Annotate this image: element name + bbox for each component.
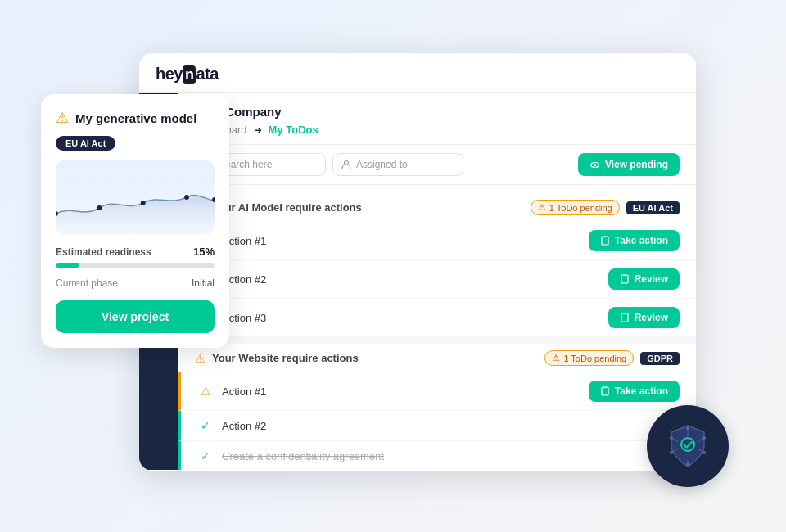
phase-label: Current phase — [56, 277, 118, 289]
logo: heynata — [156, 65, 219, 84]
todo-item-1-2: ✓ Action #2 Review — [178, 260, 696, 299]
view-pending-label: View pending — [605, 159, 668, 170]
readiness-row: Estimated readiness 15% — [56, 246, 215, 258]
view-project-button[interactable]: View project — [56, 300, 215, 333]
progress-bar — [56, 263, 215, 268]
warning-icon-2-1: ⚠ — [197, 385, 214, 398]
svg-point-10 — [594, 164, 596, 166]
item-label-1-1: Action #1 — [222, 235, 580, 247]
todo-count-2: 1 ToDo pending — [563, 354, 626, 363]
take-action-button-2-1[interactable]: Take action — [589, 381, 680, 402]
main-content: Your Company Dashboard ➜ My ToDos Search… — [178, 93, 696, 470]
review-button-1-2[interactable]: Review — [608, 268, 680, 290]
readiness-label: Estimated readiness — [56, 246, 151, 258]
scene: heynata — [41, 29, 745, 503]
window-header: heynata — [139, 53, 696, 93]
company-name: Your Company — [195, 105, 680, 119]
clipboard-icon-1 — [600, 236, 610, 246]
todo-item-2-1: ⚠ Action #1 Take action — [178, 372, 696, 411]
gdpr-tag: GDPR — [640, 352, 680, 365]
review-label-1-2: Review — [635, 273, 668, 285]
take-action-button-1-1[interactable]: Take action — [589, 230, 680, 251]
section-divider — [178, 337, 696, 344]
toolbar: Search here Assigned to — [178, 145, 696, 185]
take-action-label-2-1: Take action — [615, 385, 668, 397]
item-label-1-3: Action #3 — [222, 312, 600, 324]
alert-icon-2: ⚠ — [195, 352, 206, 365]
clipboard-icon-4 — [600, 386, 610, 396]
todo-item-2-2: ✓ Action #2 — [178, 411, 696, 441]
section-title-2: Your Website require actions — [212, 352, 538, 364]
logo-n: n — [183, 65, 196, 84]
todo-item-1-1: ⚠ Action #1 Take action — [178, 222, 696, 260]
chart-svg — [56, 160, 215, 234]
phase-value: Initial — [192, 277, 215, 289]
section-header-ai-model: ⚠ Your AI Model require actions ⚠ 1 ToDo… — [178, 193, 696, 222]
svg-point-16 — [97, 205, 102, 210]
todo-count-1: 1 ToDo pending — [549, 203, 612, 213]
model-eu-badge: EU AI Act — [56, 136, 115, 151]
model-title: My generative model — [75, 111, 196, 125]
success-icon-2-2: ✓ — [197, 419, 214, 432]
item-label-2-2: Action #2 — [222, 420, 680, 432]
eu-ai-act-tag-1: EU AI Act — [626, 201, 680, 214]
logo-hey: hey — [156, 65, 183, 83]
svg-point-29 — [686, 426, 689, 430]
phase-row: Current phase Initial — [56, 277, 215, 289]
review-button-1-3[interactable]: Review — [608, 307, 680, 328]
svg-point-31 — [686, 462, 689, 466]
svg-rect-14 — [602, 387, 608, 395]
shield-circle — [647, 405, 729, 487]
todo-item-1-3: ✓ Action #3 Review — [178, 299, 696, 337]
svg-rect-12 — [621, 275, 628, 283]
todo-list: ⚠ Your AI Model require actions ⚠ 1 ToDo… — [178, 185, 696, 470]
success-icon-2-3: ✓ — [197, 449, 214, 462]
assigned-box[interactable]: Assigned to — [332, 153, 463, 176]
eye-icon — [590, 160, 600, 170]
logo-ata: ata — [196, 65, 218, 83]
model-card-header: ⚠ My generative model — [56, 109, 215, 127]
section-title-1: Your AI Model require actions — [212, 201, 524, 214]
item-label-1-2: Action #2 — [222, 273, 600, 286]
content-header: Your Company Dashboard ➜ My ToDos — [178, 93, 696, 145]
svg-point-18 — [184, 195, 189, 200]
user-icon — [341, 160, 351, 169]
item-label-2-3: Create a confidentiality agreement — [222, 450, 680, 462]
clipboard-icon-2 — [620, 274, 630, 284]
clipboard-icon-3 — [620, 313, 630, 322]
todo-badge-2: ⚠ 1 ToDo pending — [544, 350, 634, 366]
svg-point-17 — [141, 201, 146, 205]
readiness-value: 15% — [193, 246, 215, 258]
progress-fill — [56, 263, 79, 268]
model-alert-icon: ⚠ — [56, 109, 69, 127]
svg-rect-11 — [602, 237, 608, 245]
warning-icon-badge-2: ⚠ — [552, 353, 560, 363]
view-pending-button[interactable]: View pending — [578, 153, 680, 176]
warning-icon-badge: ⚠ — [538, 202, 546, 213]
review-label-1-3: Review — [635, 312, 668, 323]
breadcrumb-current: My ToDos — [269, 124, 318, 136]
model-chart — [56, 160, 215, 234]
shield-icon — [663, 422, 712, 471]
item-label-2-1: Action #1 — [222, 385, 580, 398]
view-project-label: View project — [102, 310, 169, 323]
svg-rect-13 — [621, 313, 628, 322]
assigned-placeholder: Assigned to — [356, 159, 408, 170]
todo-badge-1: ⚠ 1 ToDo pending — [531, 200, 620, 215]
take-action-label-1-1: Take action — [615, 235, 668, 246]
breadcrumb: Dashboard ➜ My ToDos — [195, 124, 680, 136]
breadcrumb-arrow: ➜ — [254, 124, 262, 136]
todo-item-2-3: ✓ Create a confidentiality agreement — [178, 441, 696, 470]
model-card: ⚠ My generative model EU AI Act — [41, 94, 229, 348]
section-header-website: ⚠ Your Website require actions ⚠ 1 ToDo … — [178, 344, 696, 372]
